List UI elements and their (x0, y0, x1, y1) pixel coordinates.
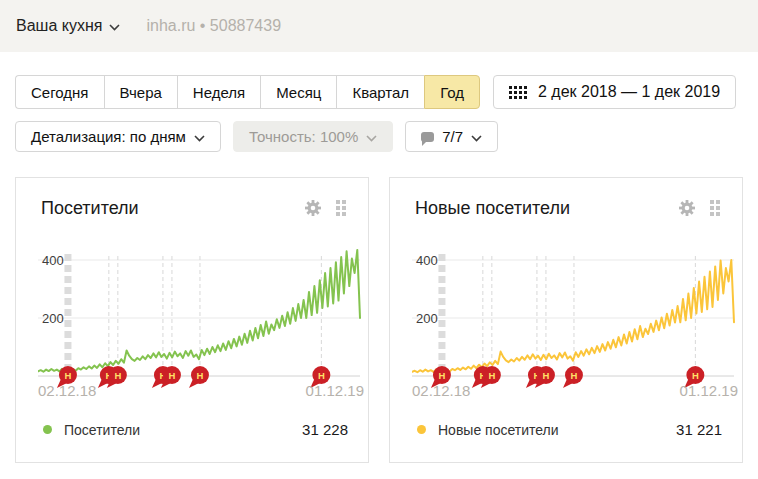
widget-header: Новые посетители (415, 196, 720, 220)
svg-text:Н: Н (543, 370, 550, 381)
widget-title: Посетители (41, 198, 304, 219)
svg-text:Н: Н (114, 370, 121, 381)
visitors-widget: Посетители 200400ННННННН 02.12.18 01.12.… (15, 177, 369, 463)
note-marker[interactable]: Н (563, 366, 583, 388)
note-marker[interactable]: Н (684, 366, 704, 388)
svg-text:Н: Н (169, 370, 176, 381)
svg-text:Н: Н (488, 370, 495, 381)
svg-text:200: 200 (416, 311, 438, 326)
legend-dot (43, 425, 52, 434)
period-tab[interactable]: Неделя (177, 75, 260, 109)
calendar-icon (509, 86, 527, 99)
comment-icon (421, 132, 434, 142)
date-range-label: 2 дек 2018 — 1 дек 2019 (538, 83, 720, 101)
accuracy-label: Точность: 100% (249, 128, 358, 145)
new-visitors-chart[interactable]: 200400ННННННН (412, 242, 738, 390)
svg-text:400: 400 (42, 253, 64, 268)
svg-text:Н: Н (439, 370, 446, 381)
chart-legend[interactable]: Посетители 31 228 (43, 421, 348, 438)
chevron-down-icon (194, 128, 205, 145)
gear-icon[interactable] (678, 199, 696, 217)
chevron-down-icon (109, 17, 120, 35)
gear-icon[interactable] (304, 199, 322, 217)
new-visitors-widget: Новые посетители 200400ННННННН 02.12.18 … (389, 177, 743, 463)
options-toolbar: Детализация: по дням Точность: 100% 7/7 (15, 121, 758, 152)
period-tab[interactable]: Сегодня (15, 75, 104, 109)
widget-header: Посетители (41, 196, 346, 220)
detail-label: Детализация: по дням (31, 128, 186, 145)
drag-handle-icon[interactable] (336, 200, 346, 216)
svg-text:Н: Н (692, 370, 699, 381)
chevron-down-icon (366, 128, 377, 145)
legend-label: Новые посетители (438, 422, 676, 438)
note-marker[interactable]: Н (57, 366, 77, 388)
date-range-button[interactable]: 2 дек 2018 — 1 дек 2019 (493, 75, 736, 109)
note-marker[interactable]: Н (310, 366, 330, 388)
period-toolbar: СегодняВчераНеделяМесяцКварталГод 2 дек … (15, 75, 758, 109)
visitors-chart[interactable]: 200400ННННННН (38, 242, 364, 390)
note-marker[interactable]: Н (189, 366, 209, 388)
counter-title: Ваша кухня (16, 17, 102, 35)
notes-dropdown[interactable]: 7/7 (405, 121, 498, 152)
legend-total: 31 221 (676, 421, 722, 438)
legend-dot (417, 425, 426, 434)
svg-text:Н: Н (318, 370, 325, 381)
period-tab[interactable]: Месяц (260, 75, 336, 109)
svg-text:Н: Н (571, 370, 578, 381)
period-tab[interactable]: Год (424, 75, 480, 109)
period-tab[interactable]: Квартал (336, 75, 424, 109)
chart-legend[interactable]: Новые посетители 31 221 (417, 421, 722, 438)
period-tab[interactable]: Вчера (104, 75, 177, 109)
accuracy-dropdown: Точность: 100% (233, 121, 393, 152)
period-tabs: СегодняВчераНеделяМесяцКварталГод (15, 75, 480, 109)
svg-text:400: 400 (416, 253, 438, 268)
legend-total: 31 228 (302, 421, 348, 438)
legend-label: Посетители (64, 422, 302, 438)
metrica-dashboard: Ваша кухня inha.ru • 50887439 СегодняВче… (0, 0, 758, 479)
chevron-down-icon (471, 128, 482, 145)
svg-text:Н: Н (65, 370, 72, 381)
detail-dropdown[interactable]: Детализация: по дням (15, 121, 221, 152)
svg-text:Н: Н (197, 370, 204, 381)
note-marker[interactable]: Н (431, 366, 451, 388)
notes-counter: 7/7 (442, 128, 463, 145)
counter-switcher[interactable]: Ваша кухня (16, 17, 120, 35)
top-bar: Ваша кухня inha.ru • 50887439 (0, 0, 758, 52)
site-and-counter-id: inha.ru • 50887439 (146, 17, 281, 35)
widget-title: Новые посетители (415, 198, 678, 219)
svg-text:200: 200 (42, 311, 64, 326)
widgets-row: Посетители 200400ННННННН 02.12.18 01.12.… (15, 177, 743, 463)
drag-handle-icon[interactable] (710, 200, 720, 216)
